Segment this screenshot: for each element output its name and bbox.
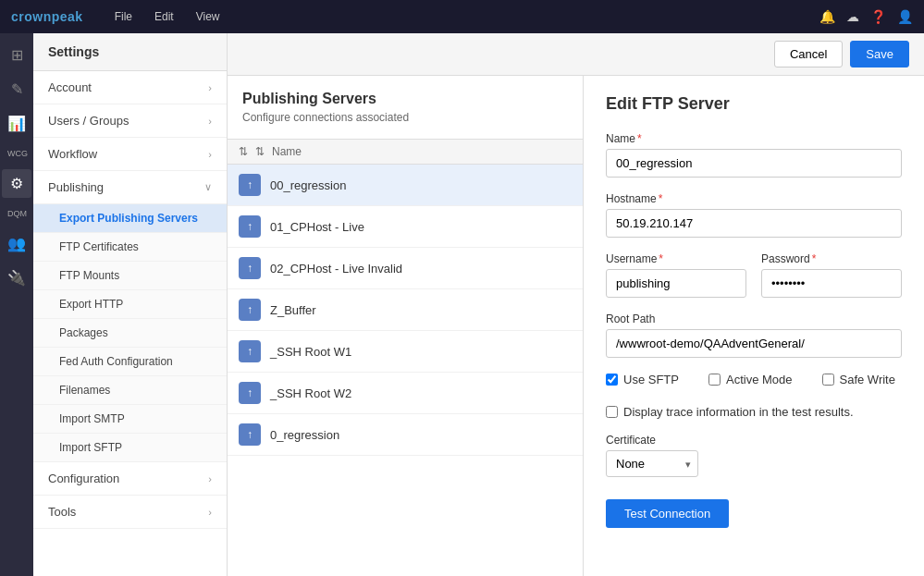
sidebar-users-label: Users / Groups [48,114,129,128]
list-item[interactable]: ↑ _SSH Root W2 [228,373,583,414]
rail-dqm-icon[interactable]: DQM [2,203,31,224]
list-item[interactable]: ↑ 0_regression [228,414,583,456]
root-path-input[interactable] [606,329,902,358]
server-icon: ↑ [239,340,261,362]
checkboxes-row-1: Use SFTP Active Mode Safe Write [606,373,902,394]
certificate-field-group: Certificate None [606,434,902,477]
sidebar-config-label: Configuration [48,472,119,485]
rail-grid-icon[interactable]: ⊞ [2,41,31,69]
edit-panel: Edit FTP Server Name* Hostname* [584,76,924,576]
list-item-name: 01_CPHost - Live [270,220,364,234]
list-item-name: 0_regression [270,428,339,442]
chevron-right-icon: › [208,116,212,127]
server-icon: ↑ [239,215,261,238]
sidebar-sub-ftp-certs[interactable]: FTP Certificates [33,233,227,262]
use-sftp-checkbox-group: Use SFTP [606,373,679,386]
cloud-upload-icon[interactable]: ☁ [846,9,859,24]
display-trace-checkbox[interactable] [606,406,618,418]
sidebar-sub-import-sftp[interactable]: Import SFTP [33,434,227,462]
main: Cancel Save Publishing Servers Configure… [228,33,924,576]
name-column-header: Name [272,145,302,158]
display-trace-checkbox-group: Display trace information in the test re… [606,405,902,419]
main-body: Publishing Servers Configure connections… [228,76,924,576]
rail-chart-icon[interactable]: 📊 [2,109,31,138]
sidebar-workflow-label: Workflow [48,147,97,161]
sidebar-item-configuration[interactable]: Configuration › [33,462,227,496]
sidebar-item-tools[interactable]: Tools › [33,496,227,529]
hostname-label: Hostname* [606,192,902,205]
rail-users-icon[interactable]: 👥 [2,229,31,258]
list-item[interactable]: ↑ 00_regression [228,165,583,206]
use-sftp-label[interactable]: Use SFTP [623,373,679,386]
menu-edit[interactable]: Edit [145,6,183,27]
chevron-right-icon: › [208,149,212,160]
use-sftp-checkbox[interactable] [606,374,618,386]
menu-file[interactable]: File [105,6,142,27]
sidebar-header: Settings [33,33,227,71]
rail-wcg-icon[interactable]: WCG [2,143,31,164]
certificate-label: Certificate [606,434,902,447]
sidebar-item-account[interactable]: Account › [33,71,227,104]
sidebar-item-workflow[interactable]: Workflow › [33,138,227,171]
rail-edit-icon[interactable]: ✎ [2,75,31,104]
safe-write-label[interactable]: Safe Write [840,373,895,386]
list-item-name: _SSH Root W1 [270,345,351,359]
sidebar-sub-export-publishing[interactable]: Export Publishing Servers [33,204,227,233]
sidebar-sub-packages[interactable]: Packages [33,319,227,348]
app-body: ⊞ ✎ 📊 WCG ⚙ DQM 👥 🔌 Settings Account › U… [0,33,924,576]
password-field-group: Password* [761,252,902,298]
hostname-input[interactable] [606,209,902,238]
list-item[interactable]: ↑ Z_Buffer [228,289,583,331]
sort-icon[interactable]: ⇅ [239,145,248,158]
sort-icon-2[interactable]: ⇅ [255,145,265,158]
active-mode-checkbox[interactable] [708,374,721,386]
help-icon[interactable]: ❓ [870,9,886,24]
sidebar-sub-import-smtp[interactable]: Import SMTP [33,405,227,434]
list-item-name: _SSH Root W2 [270,386,351,400]
name-field-group: Name* [606,132,902,178]
topbar: crownpeak File Edit View 🔔 ☁ ❓ 👤 [0,0,924,33]
rail-plugin-icon[interactable]: 🔌 [2,263,31,292]
user-icon[interactable]: 👤 [897,9,913,24]
list-panel-title: Publishing Servers [242,91,568,107]
root-path-label: Root Path [606,313,902,325]
sidebar-sub-export-http[interactable]: Export HTTP [33,290,227,319]
active-mode-label[interactable]: Active Mode [726,373,793,386]
hostname-field-group: Hostname* [606,192,902,238]
list-panel-subtitle: Configure connections associated [242,111,568,124]
name-input[interactable] [606,149,902,178]
sidebar-sub-fed-auth[interactable]: Fed Auth Configuration [33,348,227,376]
rail-gear-icon[interactable]: ⚙ [2,169,31,198]
cancel-button[interactable]: Cancel [774,41,843,67]
sidebar-sub-filenames[interactable]: Filenames [33,376,227,405]
name-label: Name* [606,132,902,145]
icon-rail: ⊞ ✎ 📊 WCG ⚙ DQM 👥 🔌 [0,33,33,576]
edit-panel-title: Edit FTP Server [606,94,902,114]
safe-write-checkbox[interactable] [822,374,834,386]
sidebar-tools-label: Tools [48,505,76,519]
sidebar-item-publishing[interactable]: Publishing ∨ [33,171,227,204]
password-input[interactable] [761,269,902,298]
list-item[interactable]: ↑ 01_CPHost - Live [228,206,583,248]
bell-icon[interactable]: 🔔 [819,9,835,24]
save-button[interactable]: Save [850,41,909,67]
list-item-name: Z_Buffer [270,303,316,317]
username-password-row: Username* Password* [606,252,902,313]
server-icon: ↑ [239,174,261,196]
sidebar: Settings Account › Users / Groups › Work… [33,33,228,576]
certificate-select[interactable]: None [606,450,698,477]
menu-view[interactable]: View [187,6,229,27]
list-item[interactable]: ↑ _SSH Root W1 [228,331,583,373]
sidebar-item-users[interactable]: Users / Groups › [33,104,227,138]
safe-write-checkbox-group: Safe Write [822,373,895,386]
test-connection-button[interactable]: Test Connection [606,499,729,528]
topbar-menu: File Edit View [105,6,229,27]
list-table-header: ⇅ ⇅ Name [228,140,583,165]
list-item-name: 02_CPHost - Live Invalid [270,262,402,276]
root-path-field-group: Root Path [606,313,902,358]
list-item[interactable]: ↑ 02_CPHost - Live Invalid [228,248,583,289]
active-mode-checkbox-group: Active Mode [708,373,793,386]
username-input[interactable] [606,269,746,298]
sidebar-sub-ftp-mounts[interactable]: FTP Mounts [33,262,227,290]
display-trace-label[interactable]: Display trace information in the test re… [623,405,854,419]
